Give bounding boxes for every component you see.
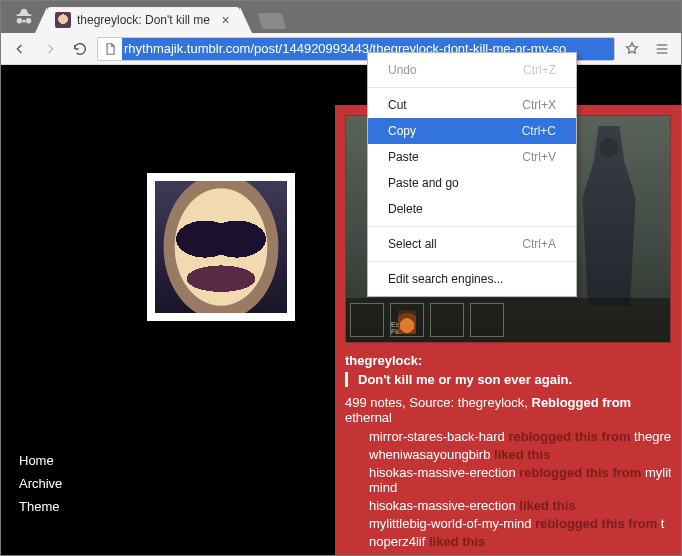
activity-user[interactable]: gamestar1456 [369, 552, 456, 555]
hud-slot [470, 303, 504, 337]
activity-action: liked this [429, 534, 485, 549]
context-menu-item[interactable]: Delete [368, 196, 576, 222]
context-menu-item[interactable]: CutCtrl+X [368, 92, 576, 118]
activity-continuation: mind [369, 480, 671, 495]
activity-target[interactable]: t [657, 516, 664, 531]
context-menu-item[interactable]: CopyCtrl+C [368, 118, 576, 144]
game-character [574, 126, 644, 306]
context-menu: UndoCtrl+ZCutCtrl+XCopyCtrl+CPasteCtrl+V… [367, 52, 577, 297]
forward-button[interactable] [37, 36, 63, 62]
svg-rect-2 [657, 52, 668, 53]
bookmark-button[interactable] [619, 36, 645, 62]
reblog-label: Reblogged from [532, 395, 632, 410]
context-menu-label: Paste and go [388, 176, 459, 190]
notes-count[interactable]: 499 notes [345, 395, 402, 410]
source-label: Source: [409, 395, 454, 410]
activity-list: mirror-stares-back-hard reblogged this f… [369, 429, 671, 555]
hud-slot [430, 303, 464, 337]
svg-rect-0 [657, 44, 668, 45]
activity-user[interactable]: mirror-stares-back-hard [369, 429, 508, 444]
activity-item: wheniwasayoungbirb liked this [369, 447, 671, 462]
tab-strip: thegreylock: Don't kill me × [1, 1, 681, 33]
activity-user[interactable]: hisokas-massive-erection [369, 498, 519, 513]
post-meta: 499 notes, Source: thegreylock, Reblogge… [345, 395, 671, 425]
reblog-user[interactable]: ethernal [345, 410, 392, 425]
source-user[interactable]: thegreylock [458, 395, 524, 410]
activity-user[interactable]: noperz4lif [369, 534, 429, 549]
page-icon [98, 42, 122, 56]
blog-avatar-column [117, 65, 295, 555]
hud-slot-estus: Estus Flask [390, 303, 424, 337]
context-menu-item: UndoCtrl+Z [368, 57, 576, 83]
activity-target[interactable]: mylitt [641, 465, 671, 480]
tab-title: thegreylock: Don't kill me [77, 13, 210, 27]
browser-tab[interactable]: thegreylock: Don't kill me × [47, 7, 240, 33]
blog-sidebar: Home Archive Theme [1, 65, 117, 555]
activity-user[interactable]: mylittlebig-world-of-my-mind [369, 516, 535, 531]
context-menu-label: Paste [388, 150, 419, 164]
sidebar-link-archive[interactable]: Archive [19, 476, 117, 491]
post-op[interactable]: thegreylock: [345, 353, 671, 368]
activity-item: hisokas-massive-erection liked this [369, 498, 671, 513]
chrome-menu-button[interactable] [649, 36, 675, 62]
activity-action: reblogged this from [519, 465, 641, 480]
context-menu-shortcut: Ctrl+X [522, 98, 556, 112]
hud-slot [350, 303, 384, 337]
favicon-icon [55, 12, 71, 28]
context-menu-label: Undo [388, 63, 417, 77]
reload-button[interactable] [67, 36, 93, 62]
back-button[interactable] [7, 36, 33, 62]
blog-avatar-frame[interactable] [147, 173, 295, 321]
context-menu-shortcut: Ctrl+V [522, 150, 556, 164]
context-menu-shortcut: Ctrl+A [522, 237, 556, 251]
activity-item: hisokas-massive-erection reblogged this … [369, 465, 671, 495]
activity-item: mirror-stares-back-hard reblogged this f… [369, 429, 671, 444]
context-menu-label: Edit search engines... [388, 272, 503, 286]
context-menu-shortcut: Ctrl+Z [523, 63, 556, 77]
page-content: Home Archive Theme Estus Flask thegreylo… [1, 65, 681, 555]
activity-action: reblogged this from [535, 516, 657, 531]
activity-item: mylittlebig-world-of-my-mind reblogged t… [369, 516, 671, 531]
activity-user[interactable]: hisokas-massive-erection [369, 465, 519, 480]
activity-item: gamestar1456 liked this [369, 552, 671, 555]
context-menu-label: Cut [388, 98, 407, 112]
activity-action: liked this [494, 447, 550, 462]
activity-action: liked this [456, 552, 512, 555]
activity-action: liked this [519, 498, 575, 513]
activity-target[interactable]: thegre [630, 429, 670, 444]
post-quote: Don't kill me or my son ever again. [345, 372, 671, 387]
game-hud: Estus Flask [346, 298, 670, 342]
tab-close-button[interactable]: × [219, 13, 232, 26]
new-tab-button[interactable] [257, 13, 286, 29]
activity-item: noperz4lif liked this [369, 534, 671, 549]
context-menu-separator [368, 226, 576, 227]
context-menu-separator [368, 87, 576, 88]
svg-rect-1 [657, 48, 668, 49]
context-menu-item[interactable]: Edit search engines... [368, 266, 576, 292]
activity-action: reblogged this from [508, 429, 630, 444]
context-menu-label: Select all [388, 237, 437, 251]
context-menu-item[interactable]: Paste and go [368, 170, 576, 196]
context-menu-item[interactable]: Select allCtrl+A [368, 231, 576, 257]
nav-toolbar: rhythmajik.tumblr.com/post/144920993443/… [1, 33, 681, 65]
context-menu-item[interactable]: PasteCtrl+V [368, 144, 576, 170]
context-menu-separator [368, 261, 576, 262]
sidebar-link-theme[interactable]: Theme [19, 499, 117, 514]
context-menu-label: Delete [388, 202, 423, 216]
mask-avatar-image [155, 181, 287, 313]
activity-user[interactable]: wheniwasayoungbirb [369, 447, 494, 462]
context-menu-label: Copy [388, 124, 416, 138]
sidebar-link-home[interactable]: Home [19, 453, 117, 468]
context-menu-shortcut: Ctrl+C [522, 124, 556, 138]
